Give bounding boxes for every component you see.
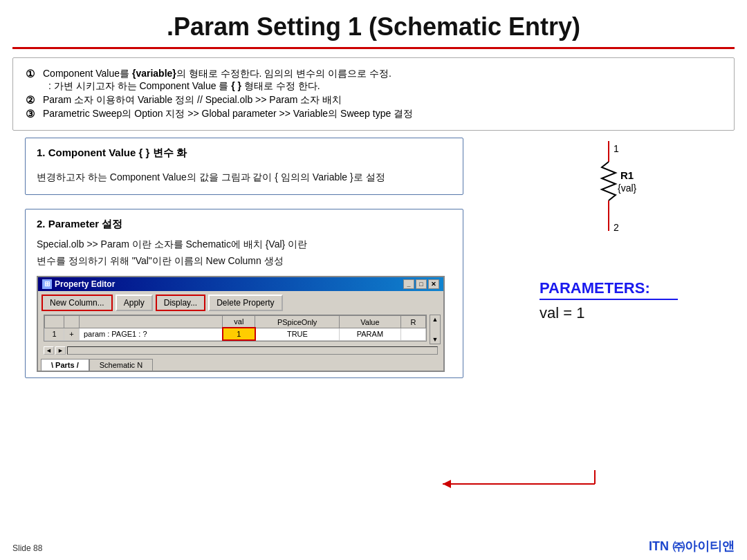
section1-title: 1. Component Value { } 변수 화 [37, 147, 452, 160]
row-expand[interactable]: + [64, 328, 80, 340]
display-button[interactable]: Display... [156, 295, 205, 311]
top-item-1-text: Component Value를 {variable}의 형태로 수정한다. 임… [43, 68, 391, 80]
top-item-3-text: Parametric Sweep의 Option 지정 >> Global pa… [43, 108, 413, 120]
close-button[interactable]: ✕ [428, 279, 439, 289]
scroll-up-icon[interactable]: ▲ [432, 316, 439, 323]
svg-text:2: 2 [614, 222, 619, 233]
section1-box: 1. Component Value { } 변수 화 변경하고자 하는 Com… [25, 138, 463, 195]
table-row: 1 + param : PAGE1 : ? 1 TRUE PARAM [45, 328, 426, 340]
row-spiceonly: TRUE [255, 328, 340, 340]
col-header-r[interactable]: R [400, 316, 425, 328]
row-name: param : PAGE1 : ? [80, 328, 223, 340]
delete-property-button[interactable]: Delete Property [208, 295, 282, 311]
top-item-3: ③ Parametric Sweep의 Option 지정 >> Global … [26, 108, 721, 120]
tab-parts[interactable]: \ Parts / [41, 359, 89, 371]
itn-logo: ITN ㈜아이티앤 [649, 538, 735, 554]
prop-editor-title: Property Editor [55, 279, 115, 289]
prop-editor-titlebar: ⊞ Property Editor _ □ ✕ [38, 277, 443, 291]
section2-line1: Special.olb >> Param 이란 소자를 Schematic에 배… [37, 236, 452, 253]
prop-editor-tabs: \ Parts / Schematic N [38, 357, 443, 371]
top-item-2-text: Param 소자 이용하여 Variable 정의 // Special.olb… [43, 94, 342, 106]
col-header-expand [64, 316, 80, 328]
h-scroll-area[interactable]: ◄ ► [41, 346, 441, 355]
maximize-button[interactable]: □ [416, 279, 427, 289]
scroll-left-icon[interactable]: ◄ [44, 346, 54, 355]
row-num: 1 [45, 328, 64, 340]
new-column-button[interactable]: New Column... [42, 295, 113, 311]
col-header-empty [45, 316, 64, 328]
svg-marker-7 [443, 480, 451, 488]
tab-schematic[interactable]: Schematic N [89, 359, 153, 371]
parameters-value: val = 1 [540, 304, 678, 322]
resistor-diagram: 1 2 R1 {val} [564, 141, 654, 265]
parameters-title: PARAMETERS: [540, 279, 678, 300]
section1-body: 변경하고자 하는 Component Value의 값을 그림과 같이 { 임의… [37, 169, 452, 186]
top-section-box: ① Component Value를 {variable}의 형태로 수정한다.… [12, 57, 735, 131]
svg-text:{val}: {val} [618, 183, 637, 194]
apply-button[interactable]: Apply [116, 295, 153, 311]
row-val[interactable]: 1 [223, 328, 255, 340]
row-value: PARAM [340, 328, 401, 340]
property-editor-window: ⊞ Property Editor _ □ ✕ New Column... Ap… [37, 276, 445, 372]
section2-title: 2. Parameter 설정 [37, 218, 452, 231]
slide-number: Slide 88 [12, 543, 42, 553]
svg-text:1: 1 [614, 143, 619, 154]
top-item-1: ① Component Value를 {variable}의 형태로 수정한다.… [26, 68, 721, 93]
row-r [400, 328, 425, 340]
col-header-spiceonly[interactable]: PSpiceOnly [255, 316, 340, 328]
col-header-val[interactable]: val [223, 316, 255, 328]
prop-editor-icon: ⊞ [42, 279, 52, 289]
scroll-down-icon[interactable]: ▼ [432, 336, 439, 343]
circle-3: ③ [26, 108, 35, 120]
title-divider [12, 47, 735, 49]
red-arrow-line [443, 470, 616, 501]
top-item-2: ② Param 소자 이용하여 Variable 정의 // Special.o… [26, 94, 721, 106]
minimize-button[interactable]: _ [403, 279, 414, 289]
circle-1: ① [26, 68, 35, 93]
vertical-scrollbar[interactable]: ▲ ▼ [430, 315, 441, 344]
resistor-svg: 1 2 R1 {val} [564, 141, 654, 265]
section2-line2: 변수를 정의하기 위해 "Val"이란 이름의 New Column 생성 [37, 253, 452, 270]
section2-box: 2. Parameter 설정 Special.olb >> Param 이란 … [25, 209, 463, 379]
prop-editor-toolbar: New Column... Apply Display... Delete Pr… [38, 291, 443, 315]
col-header-value[interactable]: Value [340, 316, 401, 328]
col-header-name [80, 316, 223, 328]
svg-text:R1: R1 [620, 169, 634, 181]
parameters-section: PARAMETERS: val = 1 [540, 279, 678, 322]
circle-2: ② [26, 94, 35, 106]
top-item-1-sub: : 가변 시키고자 하는 Component Value 를 { } 형태로 수… [48, 80, 391, 93]
page-title: .Param Setting 1 (Schematic Entry) [0, 0, 747, 47]
scroll-right-icon[interactable]: ► [55, 346, 66, 355]
arrow-svg [443, 470, 616, 498]
